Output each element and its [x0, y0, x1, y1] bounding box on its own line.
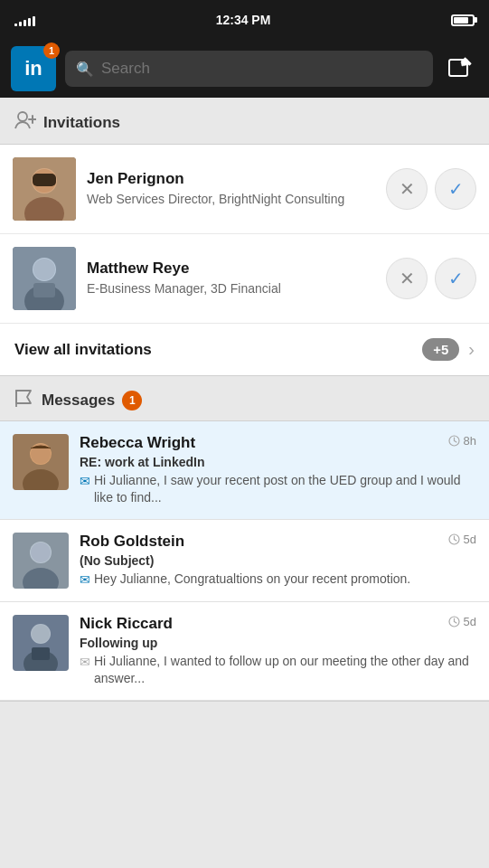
compose-button[interactable] [442, 51, 478, 87]
nick-header-row: Nick Riccard 5d [80, 615, 476, 633]
logo-text: in [24, 57, 42, 80]
view-all-invitations[interactable]: View all invitations +5 › [0, 324, 489, 375]
signal-bars [14, 14, 35, 26]
nick-time: 5d [448, 615, 476, 628]
status-right [451, 14, 475, 26]
invitation-item-jen: Jen Perignon Web Services Director, Brig… [0, 145, 489, 234]
rob-preview: ✉ Hey Julianne, Congratualtions on your … [80, 571, 476, 589]
notification-badge: 1 [43, 42, 60, 59]
search-bar[interactable]: 🔍 [65, 51, 433, 87]
avatar-rob [13, 533, 69, 589]
rebecca-header-row: Rebecca Wright 8h [80, 434, 476, 452]
invitations-card: Jen Perignon Web Services Director, Brig… [0, 144, 489, 376]
invitation-item-matthew: Matthew Reye E-Business Manager, 3D Fina… [0, 234, 489, 324]
rob-time: 5d [448, 533, 476, 546]
status-time: 12:34 PM [216, 13, 271, 27]
app-header: in 1 🔍 [0, 40, 489, 98]
avatar-nick [13, 615, 69, 671]
svg-point-27 [31, 542, 51, 562]
envelope-icon-rebecca: ✉ [80, 473, 90, 490]
avatar-jen [13, 157, 76, 221]
messages-section-header: Messages 1 [0, 376, 489, 420]
add-person-icon [14, 110, 36, 135]
clock-icon [448, 435, 460, 447]
rebecca-subject: RE: work at LinkedIn [80, 455, 476, 469]
jen-title: Web Services Director, BrightNight Consu… [87, 191, 375, 208]
rebecca-preview: ✉ Hi Julianne, I saw your recent post on… [80, 472, 476, 506]
search-icon: 🔍 [76, 61, 94, 78]
flag-icon [14, 389, 34, 411]
rob-name: Rob Goldstein [80, 533, 184, 551]
view-all-label: View all invitations [14, 341, 152, 359]
invitations-count-badge: +5 [422, 338, 459, 361]
nick-subject: Following up [80, 636, 476, 650]
clock-icon-rob [448, 533, 460, 545]
svg-line-23 [454, 441, 456, 443]
invitations-title: Invitations [43, 114, 120, 132]
message-item-nick[interactable]: Nick Riccard 5d Following up ✉ Hi Julian… [0, 602, 489, 701]
svg-line-30 [454, 539, 456, 541]
envelope-icon-rob: ✉ [80, 571, 90, 589]
messages-title: Messages [42, 392, 115, 410]
jen-info: Jen Perignon Web Services Director, Brig… [87, 170, 375, 208]
svg-point-35 [32, 625, 50, 643]
message-item-rob[interactable]: Rob Goldstein 5d (No Subject) ✉ Hey Juli… [0, 520, 489, 602]
jen-accept-button[interactable]: ✓ [435, 168, 476, 210]
messages-notification-badge: 1 [122, 391, 142, 410]
svg-rect-15 [33, 283, 55, 297]
rob-subject: (No Subject) [80, 553, 476, 568]
matthew-accept-button[interactable]: ✓ [435, 258, 476, 299]
message-item-rebecca[interactable]: Rebecca Wright 8h RE: work at LinkedIn ✉… [0, 421, 489, 520]
svg-line-38 [454, 621, 456, 623]
avatar-rebecca [13, 434, 69, 490]
invitations-section-header: Invitations [0, 98, 489, 144]
status-bar: 12:34 PM [0, 0, 489, 40]
matthew-info: Matthew Reye E-Business Manager, 3D Fina… [87, 259, 375, 297]
nick-name: Nick Riccard [80, 615, 173, 633]
view-all-right: +5 › [422, 338, 475, 361]
rebecca-time: 8h [448, 434, 476, 448]
compose-icon [447, 56, 473, 81]
svg-rect-34 [32, 647, 50, 660]
rob-header-row: Rob Goldstein 5d [80, 533, 476, 551]
svg-rect-10 [33, 174, 56, 186]
matthew-title: E-Business Manager, 3D Financial [87, 280, 375, 297]
rebecca-name: Rebecca Wright [80, 434, 195, 452]
jen-name: Jen Perignon [87, 170, 375, 188]
avatar-matthew [13, 247, 76, 310]
rebecca-message-body: Rebecca Wright 8h RE: work at LinkedIn ✉… [80, 434, 476, 506]
chevron-right-icon: › [468, 339, 475, 360]
matthew-actions: ✕ ✓ [386, 258, 476, 299]
messages-card: Rebecca Wright 8h RE: work at LinkedIn ✉… [0, 420, 489, 702]
rob-message-body: Rob Goldstein 5d (No Subject) ✉ Hey Juli… [80, 533, 476, 589]
envelope-open-icon-nick: ✉ [80, 654, 90, 671]
svg-point-14 [33, 259, 55, 280]
status-left [14, 14, 35, 26]
nick-message-body: Nick Riccard 5d Following up ✉ Hi Julian… [80, 615, 476, 687]
jen-decline-button[interactable]: ✕ [386, 168, 428, 210]
clock-icon-nick [448, 616, 460, 627]
linkedin-logo[interactable]: in 1 [11, 46, 56, 91]
search-input[interactable] [101, 60, 422, 78]
jen-actions: ✕ ✓ [386, 168, 476, 210]
svg-point-3 [18, 112, 27, 121]
matthew-name: Matthew Reye [87, 259, 375, 278]
nick-preview: ✉ Hi Julianne, I wanted to follow up on … [80, 653, 476, 687]
battery-icon [451, 14, 475, 26]
matthew-decline-button[interactable]: ✕ [386, 258, 428, 299]
